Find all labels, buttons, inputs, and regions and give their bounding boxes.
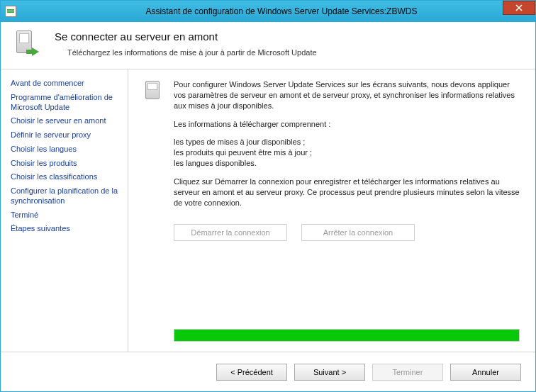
- window-title: Assistant de configuration de Windows Se…: [21, 6, 535, 16]
- sidebar-item-proxy[interactable]: Définir le serveur proxy: [11, 128, 123, 142]
- page-subtitle: Téléchargez les informations de mise à j…: [67, 48, 317, 57]
- content-server-icon: [141, 79, 164, 215]
- content-text: Pour configurer Windows Server Update Se…: [174, 79, 520, 215]
- page-title: Se connecter au serveur en amont: [55, 30, 317, 43]
- sidebar-item-sync-schedule[interactable]: Configurer la planification de la synchr…: [11, 184, 123, 208]
- sidebar-item-classifications[interactable]: Choisir les classifications: [11, 170, 123, 184]
- wizard-body: Avant de commencer Programme d'améliorat…: [1, 69, 535, 352]
- content-bullet-3: les langues disponibles.: [174, 158, 520, 169]
- content-bullet-2: les produits qui peuvent être mis à jour…: [174, 147, 520, 158]
- sidebar-item-improvement-program[interactable]: Programme d'amélioration de Microsoft Up…: [11, 91, 123, 115]
- sidebar-item-before-begin[interactable]: Avant de commencer: [11, 77, 123, 91]
- progress-bar: [174, 329, 520, 342]
- finish-button[interactable]: Terminer: [372, 364, 443, 381]
- content-bullet-1: les types de mises à jour disponibles ;: [174, 137, 520, 147]
- start-connection-button[interactable]: Démarrer la connexion: [174, 224, 287, 241]
- sidebar-item-finished[interactable]: Terminé: [11, 208, 123, 223]
- titlebar[interactable]: Assistant de configuration de Windows Se…: [1, 1, 535, 22]
- connection-buttons-row: Démarrer la connexion Arrêter la connexi…: [174, 224, 520, 241]
- progress-fill: [174, 330, 519, 341]
- sidebar-item-upstream-server[interactable]: Choisir le serveur en amont: [11, 114, 123, 128]
- stop-connection-button[interactable]: Arrêter la connexion: [301, 224, 415, 241]
- content-pane: Pour configurer Windows Server Update Se…: [128, 69, 535, 352]
- content-para-3: Cliquez sur Démarrer la connexion pour e…: [174, 177, 520, 208]
- close-button[interactable]: [503, 1, 535, 15]
- back-button[interactable]: < Précédent: [216, 364, 287, 381]
- header-server-icon: [13, 30, 42, 59]
- app-icon: [5, 6, 16, 17]
- wizard-footer: < Précédent Suivant > Terminer Annuler: [1, 352, 535, 391]
- wizard-window: Assistant de configuration de Windows Se…: [0, 0, 536, 392]
- content-para-1: Pour configurer Windows Server Update Se…: [174, 79, 520, 111]
- sidebar-item-products[interactable]: Choisir les produits: [11, 157, 123, 171]
- next-button[interactable]: Suivant >: [294, 364, 365, 381]
- sidebar-item-next-steps[interactable]: Étapes suivantes: [11, 222, 123, 236]
- close-icon: [515, 4, 523, 11]
- sidebar-item-languages[interactable]: Choisir les langues: [11, 142, 123, 157]
- header-text: Se connecter au serveur en amont Télécha…: [55, 30, 317, 57]
- sidebar-nav: Avant de commencer Programme d'améliorat…: [1, 69, 128, 352]
- content-para-2: Les informations à télécharger comprenne…: [174, 119, 520, 130]
- wizard-header: Se connecter au serveur en amont Télécha…: [1, 22, 535, 69]
- cancel-button[interactable]: Annuler: [450, 364, 521, 381]
- progress-container: [174, 329, 520, 342]
